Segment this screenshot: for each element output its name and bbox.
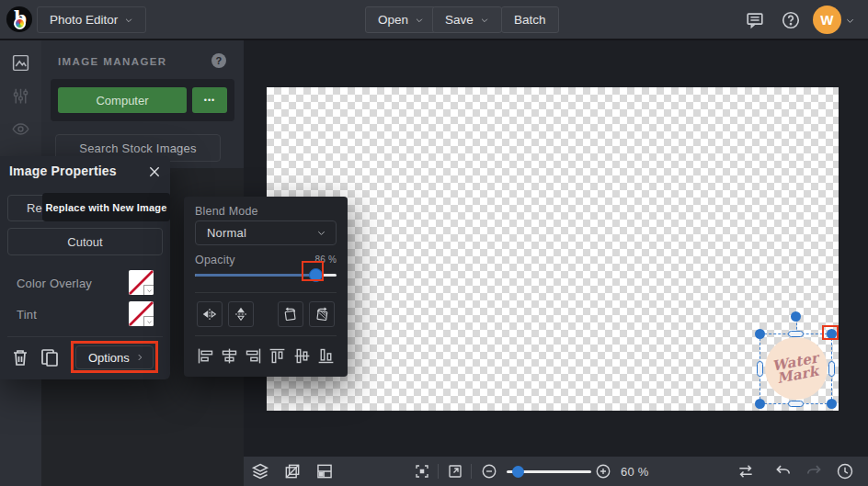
blend-mode-value: Normal (207, 226, 246, 240)
image-manager-tab-icon[interactable] (11, 53, 30, 73)
blend-mode-select[interactable]: Normal (195, 220, 337, 245)
upload-source-box: Computer ••• (51, 79, 234, 121)
swatch-dropdown-chevron-icon (143, 285, 154, 295)
canvas-layout-icon (315, 462, 334, 480)
zoom-slider-handle[interactable] (512, 466, 524, 478)
duplicate-layer-icon[interactable] (39, 346, 61, 368)
canvas-layout-button[interactable] (315, 462, 334, 480)
align-middle-vertical-button[interactable] (292, 345, 313, 367)
help-icon[interactable] (781, 10, 801, 30)
resize-handle-bottom-right[interactable] (827, 399, 837, 409)
canvas[interactable] (267, 87, 839, 411)
selection-box[interactable] (760, 333, 832, 404)
flip-horizontal-button[interactable] (197, 301, 223, 327)
options-button-label: Options (88, 351, 130, 365)
close-icon[interactable] (147, 164, 162, 179)
more-sources-button[interactable]: ••• (192, 87, 227, 113)
panel-help-icon[interactable]: ? (211, 53, 226, 68)
history-button[interactable] (836, 462, 854, 480)
rotate-left-button[interactable] (278, 301, 303, 327)
resize-handle-left[interactable] (757, 361, 763, 377)
zoom-in-button[interactable] (595, 463, 611, 480)
zoom-slider[interactable] (507, 470, 591, 473)
app-logo-icon[interactable]: b (6, 6, 32, 32)
minus-circle-icon (481, 463, 497, 480)
photo-editor-menu-button[interactable]: Photo Editor (37, 6, 146, 33)
tint-swatch[interactable] (129, 301, 154, 326)
align-left-icon (196, 346, 215, 366)
color-overlay-label: Color Overlay (17, 277, 92, 290)
align-bottom-button[interactable] (316, 345, 337, 367)
resize-handle-bottom-left[interactable] (755, 399, 765, 409)
rotation-handle[interactable] (791, 311, 801, 322)
panel-title: IMAGE MANAGER (58, 56, 167, 67)
flatten-layers-button[interactable] (283, 462, 302, 480)
batch-button[interactable]: Batch (501, 6, 559, 33)
align-right-button[interactable] (244, 345, 264, 367)
computer-upload-button[interactable]: Computer (58, 87, 187, 113)
rotate-right-button[interactable] (309, 301, 335, 327)
cutout-button[interactable]: Cutout (7, 228, 163, 255)
avatar-chevron-down-icon[interactable] (845, 16, 855, 26)
user-avatar[interactable]: W (813, 6, 841, 34)
opacity-slider-handle[interactable] (309, 268, 323, 282)
resize-handle-top[interactable] (788, 331, 804, 337)
delete-layer-icon[interactable] (9, 346, 31, 368)
redo-button[interactable] (805, 462, 823, 480)
dialog-title: Image Properties (9, 164, 117, 178)
rotate-left-icon (282, 306, 299, 322)
align-bottom-icon (316, 346, 336, 366)
photo-editor-app: b Photo Editor Open Save Batch (0, 0, 868, 486)
resize-handle-bottom[interactable] (788, 401, 804, 407)
chevron-down-icon (124, 16, 133, 25)
toolbar-divider (438, 464, 439, 479)
avatar-initial: W (820, 12, 833, 28)
chevron-right-icon (135, 353, 144, 362)
compare-button[interactable] (737, 462, 755, 480)
align-right-icon (244, 346, 263, 366)
resize-handle-right[interactable] (828, 361, 835, 377)
rotate-right-icon (314, 306, 330, 322)
resize-handle-top-right[interactable] (827, 329, 837, 339)
align-middle-vertical-icon (292, 346, 312, 366)
feedback-chat-icon[interactable] (745, 10, 765, 30)
save-button[interactable]: Save (432, 6, 502, 33)
chevron-down-icon (316, 228, 326, 238)
color-overlay-swatch[interactable] (129, 270, 154, 295)
opacity-slider[interactable] (195, 274, 337, 277)
open-button[interactable]: Open (365, 6, 437, 33)
zoom-out-button[interactable] (481, 463, 497, 480)
resize-handle-top-left[interactable] (755, 329, 765, 339)
fit-to-screen-button[interactable] (414, 463, 430, 480)
flip-vertical-button[interactable] (228, 301, 254, 327)
align-center-horizontal-button[interactable] (220, 345, 240, 367)
align-top-button[interactable] (268, 345, 288, 367)
layers-icon (251, 462, 269, 480)
flip-vertical-icon (233, 306, 249, 322)
popup-divider (195, 292, 337, 293)
chevron-down-icon (480, 16, 489, 25)
adjustments-tab-icon[interactable] (11, 86, 30, 106)
undo-button[interactable] (774, 462, 793, 480)
top-bar: b Photo Editor Open Save Batch (0, 0, 868, 40)
options-button[interactable]: Options (75, 345, 154, 369)
logo-color-wheel-icon (14, 17, 26, 29)
search-placeholder: Search Stock Images (79, 141, 196, 155)
popup-divider (195, 335, 337, 336)
align-left-button[interactable] (196, 345, 216, 367)
fullscreen-icon (447, 463, 463, 480)
save-button-label: Save (445, 13, 474, 27)
tint-label: Tint (17, 308, 37, 322)
opacity-fill (195, 274, 316, 277)
layers-button[interactable] (251, 462, 269, 480)
layer-options-popup: Blend Mode Normal Opacity 86 % (184, 197, 348, 377)
bottom-toolbar: 60 % (244, 457, 868, 486)
fit-to-screen-icon (414, 463, 430, 480)
preview-eye-tab-icon[interactable] (11, 119, 30, 139)
plus-circle-icon (595, 463, 611, 480)
redo-icon (805, 462, 823, 480)
replace-tooltip: Replace with New Image (42, 193, 170, 221)
fullscreen-button[interactable] (447, 463, 463, 480)
flip-horizontal-icon (201, 306, 218, 322)
blend-mode-label: Blend Mode (195, 205, 258, 218)
